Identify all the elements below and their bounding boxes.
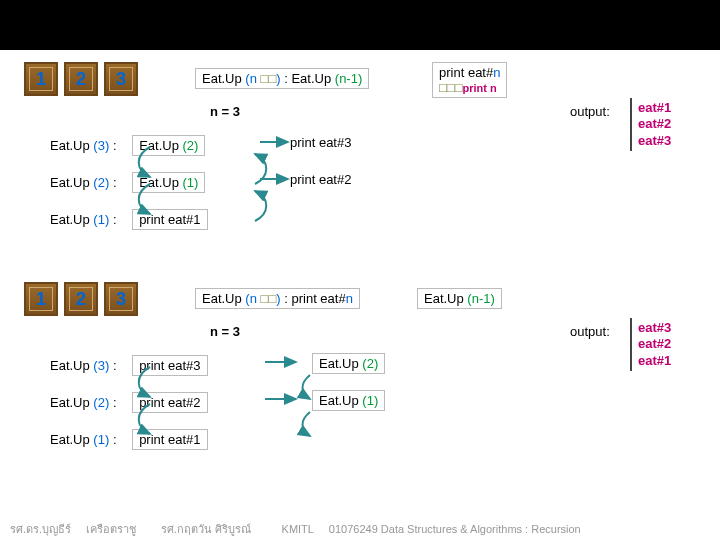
block-3: 3 (104, 62, 138, 96)
block-1b: 1 (24, 282, 58, 316)
n-equals-3-top: n = 3 (210, 104, 240, 119)
printbox-top: print eat#n □□□print n (432, 62, 507, 98)
call-bot-2: Eat.Up (2) : print eat#2 (50, 392, 208, 413)
output-bottom: eat#3 eat#2 eat#1 (630, 318, 677, 371)
output-top: eat#1 eat#2 eat#3 (630, 98, 677, 151)
call-top-3: Eat.Up (3) : Eat.Up (2) (50, 135, 205, 156)
output-label-bottom: output: (570, 324, 610, 339)
defb-printa: print eat# (291, 291, 345, 306)
def-sq: □□ (257, 71, 276, 86)
printbox-l2b: print n (463, 82, 497, 94)
output-label-top: output: (570, 104, 610, 119)
printbox-l1a: print eat# (439, 65, 493, 80)
defb-colon: : (281, 291, 292, 306)
call-bot-3: Eat.Up (3) : print eat#3 (50, 355, 208, 376)
footer-author2: รศ.กฤตวัน ศิริบูรณ์ (161, 523, 251, 535)
printbox-l1b: n (493, 65, 500, 80)
call-top-2-box: Eat.Up (1) (132, 172, 205, 193)
defb-printb: n (346, 291, 353, 306)
footer: รศ.ดร.บุญธีร์ เครือตราชู รศ.กฤตวัน ศิริบ… (10, 520, 710, 538)
call-bot-2-print: print eat#2 (132, 392, 207, 413)
footer-author1b: เครือตราชู (86, 523, 136, 535)
call-top-2-print: print eat#2 (290, 172, 351, 187)
n-equals-3-bottom: n = 3 (210, 324, 240, 339)
def-bottom-rec: Eat.Up (n-1) (417, 288, 502, 309)
call-bot-1-base: print eat#1 (132, 429, 207, 450)
call-bot-3-print: print eat#3 (132, 355, 207, 376)
block-3b: 3 (104, 282, 138, 316)
block-2b: 2 (64, 282, 98, 316)
block-row-bottom: 1 2 3 (24, 282, 138, 316)
printbox-l2a: □□□ (439, 80, 463, 95)
block-2: 2 (64, 62, 98, 96)
defb-prefix: Eat.Up (202, 291, 245, 306)
call-top-2: Eat.Up (2) : Eat.Up (1) (50, 172, 205, 193)
call-top-1: Eat.Up (1) : print eat#1 (50, 209, 208, 230)
defb-rec-arg: (n-1) (467, 291, 494, 306)
block-1: 1 (24, 62, 58, 96)
block-row-top: 1 2 3 (24, 62, 138, 96)
footer-kmitl: KMITL (282, 523, 314, 535)
def-top: Eat.Up (n □□) : Eat.Up (n-1) (195, 68, 369, 89)
call-bot-1: Eat.Up (1) : print eat#1 (50, 429, 208, 450)
footer-author1: รศ.ดร.บุญธีร์ (10, 523, 71, 535)
def-rec-prefix: Eat.Up (291, 71, 334, 86)
defb-sq: □□ (257, 291, 276, 306)
defb-n: n (250, 291, 257, 306)
def-prefix: Eat.Up (202, 71, 245, 86)
defb-rec-prefix: Eat.Up (424, 291, 467, 306)
def-colon: : (281, 71, 292, 86)
call-top-3-box: Eat.Up (2) (132, 135, 205, 156)
call-bot-2-box: Eat.Up (1) (312, 390, 385, 411)
footer-course: 01076249 Data Structures & Algorithms : … (329, 523, 581, 535)
def-bottom: Eat.Up (n □□) : print eat#n (195, 288, 360, 309)
call-top-1-base: print eat#1 (132, 209, 207, 230)
call-bot-3-box: Eat.Up (2) (312, 353, 385, 374)
call-top-3-print: print eat#3 (290, 135, 351, 150)
def-n: n (250, 71, 257, 86)
def-rec-arg: (n-1) (335, 71, 362, 86)
